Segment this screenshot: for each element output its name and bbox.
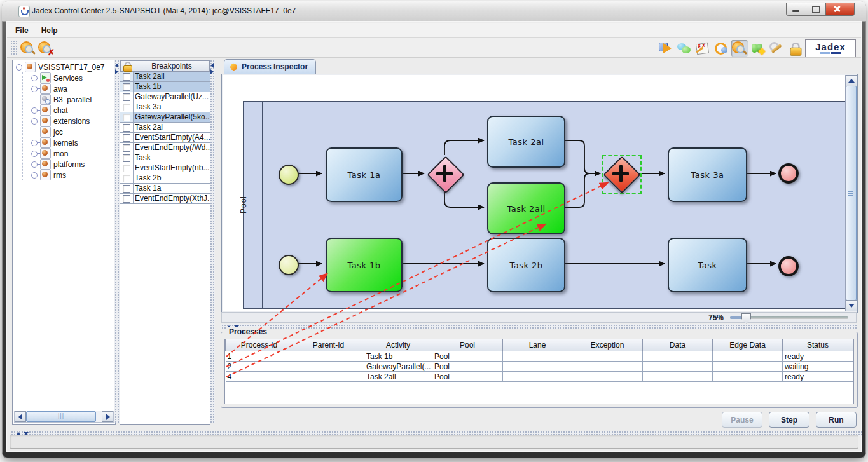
split-divider[interactable] xyxy=(114,60,120,423)
step-button[interactable]: Step xyxy=(769,412,809,428)
expand-handle[interactable] xyxy=(31,151,38,157)
breakpoint-checkbox[interactable] xyxy=(123,195,130,203)
task-2al-node[interactable]: Task 2al xyxy=(487,116,565,168)
process-row[interactable]: 2GatewayParallel(...Poolwaiting xyxy=(226,362,853,372)
breakpoint-checkbox[interactable] xyxy=(123,144,130,152)
scrollbar-thumb[interactable] xyxy=(26,411,96,422)
start-event-bottom[interactable] xyxy=(279,255,299,275)
start-event-top[interactable] xyxy=(279,165,299,185)
expand-handle[interactable] xyxy=(31,86,38,92)
column-header[interactable]: Exception xyxy=(572,339,643,351)
breakpoint-checkbox[interactable] xyxy=(123,114,130,121)
tree-item-kernels[interactable]: kernels xyxy=(30,137,113,148)
end-event-bottom[interactable] xyxy=(778,256,799,276)
split-divider[interactable] xyxy=(221,324,857,329)
breakpoint-checkbox[interactable] xyxy=(123,185,130,193)
column-header[interactable]: Lane xyxy=(503,339,572,351)
tree-item-jcc[interactable]: jcc xyxy=(30,126,113,137)
breakpoint-row[interactable]: Task 2all xyxy=(120,72,210,82)
expand-handle[interactable] xyxy=(31,161,38,168)
breakpoints-column-header[interactable]: Breakpoints xyxy=(134,60,210,72)
column-header[interactable]: Status xyxy=(783,339,853,351)
column-header[interactable]: Parent-Id xyxy=(293,339,364,351)
wrench-icon[interactable] xyxy=(768,40,785,57)
task-2b-node[interactable]: Task 2b xyxy=(487,238,565,292)
task-2all-node[interactable]: Task 2all xyxy=(487,182,565,234)
expand-handle[interactable] xyxy=(16,64,22,71)
scrollbar-thumb[interactable] xyxy=(846,86,857,301)
column-header[interactable]: Data xyxy=(643,339,713,351)
tree-item-platforms[interactable]: platforms xyxy=(30,159,113,170)
minimize-button[interactable] xyxy=(786,3,806,16)
task-node[interactable]: Task xyxy=(668,238,747,292)
tree-item-services[interactable]: Services xyxy=(30,72,113,83)
lock-icon[interactable] xyxy=(120,60,134,72)
test-center-icon[interactable]: ✗✗ xyxy=(694,40,711,57)
column-header[interactable]: Process-Id xyxy=(226,339,293,351)
column-header[interactable]: Pool xyxy=(432,339,503,351)
tree-item-awa[interactable]: awa xyxy=(30,83,113,94)
breakpoint-row[interactable]: Task xyxy=(120,153,210,163)
breakpoint-row[interactable]: Task 3a xyxy=(120,102,210,112)
tree-horizontal-scrollbar[interactable] xyxy=(14,411,114,423)
breakpoint-row[interactable]: EventEndEmpty(XthJ... xyxy=(120,194,210,204)
tab-process-inspector[interactable]: Process Inspector xyxy=(224,59,316,74)
tree-item-b3-parallel[interactable]: B3_parallel xyxy=(30,94,113,105)
task-1b-node[interactable]: Task 1b xyxy=(326,238,403,292)
title-bar[interactable]: Jadex Control Center 2.5-SNAPSHOT (Mai 4… xyxy=(2,1,866,22)
end-event-top[interactable] xyxy=(778,163,799,184)
process-row[interactable]: 1Task 1bPoolready xyxy=(226,351,853,362)
breakpoint-checkbox[interactable] xyxy=(123,175,130,182)
tree-item-chat[interactable]: chat xyxy=(30,105,113,116)
task-1a-node[interactable]: Task 1a xyxy=(326,147,403,202)
menu-help[interactable]: Help xyxy=(41,26,58,35)
scroll-right-button[interactable] xyxy=(102,411,113,422)
breakpoint-row[interactable]: GatewayParallel(5ko... xyxy=(120,112,210,123)
breakpoint-checkbox[interactable] xyxy=(123,165,130,172)
breakpoint-row[interactable]: Task 2al xyxy=(120,123,210,133)
run-button[interactable]: Run xyxy=(816,412,857,428)
breakpoint-row[interactable]: EventStartEmpty(nb... xyxy=(120,163,210,173)
column-header[interactable]: Activity xyxy=(364,339,432,351)
zoom-slider[interactable] xyxy=(730,316,848,319)
toolbar-drag-handle[interactable] xyxy=(10,40,17,55)
scroll-up-button[interactable] xyxy=(846,75,857,86)
zoom-slider-thumb[interactable] xyxy=(741,313,751,324)
process-row[interactable]: 4Task 2allPoolready xyxy=(226,372,853,382)
scroll-down-button[interactable] xyxy=(846,300,857,311)
breakpoint-checkbox[interactable] xyxy=(123,154,130,162)
tree-item-rms[interactable]: rms xyxy=(30,170,113,180)
close-button[interactable] xyxy=(825,3,855,16)
kill-platform-icon[interactable]: ✗ xyxy=(38,40,54,56)
breakpoint-row[interactable]: Task 2b xyxy=(120,173,210,184)
expand-handle[interactable] xyxy=(31,172,38,179)
awareness-icon[interactable] xyxy=(713,40,729,57)
diagram-vertical-scrollbar[interactable] xyxy=(845,75,857,311)
tree-item-mon[interactable]: mon xyxy=(30,148,113,159)
gateway-parallel-join[interactable] xyxy=(603,156,638,191)
scroll-left-button[interactable] xyxy=(15,411,26,422)
column-header[interactable]: Edge Data xyxy=(713,339,783,351)
breakpoint-checkbox[interactable] xyxy=(123,73,130,81)
security-lock-icon[interactable] xyxy=(787,40,803,57)
breakpoint-checkbox[interactable] xyxy=(123,124,130,132)
breakpoint-checkbox[interactable] xyxy=(123,83,130,91)
split-divider[interactable] xyxy=(210,60,215,423)
expand-handle[interactable] xyxy=(31,140,38,146)
tree-item-extensions[interactable]: extensions xyxy=(30,116,113,126)
expand-handle[interactable] xyxy=(31,118,38,125)
breakpoint-checkbox[interactable] xyxy=(123,93,130,101)
expand-handle[interactable] xyxy=(31,107,38,114)
breakpoint-checkbox[interactable] xyxy=(123,134,130,142)
menu-file[interactable]: File xyxy=(15,26,29,35)
conversation-icon[interactable] xyxy=(676,40,692,57)
maximize-button[interactable] xyxy=(806,3,826,16)
pause-button[interactable]: Pause xyxy=(722,412,762,428)
start-platform-icon[interactable] xyxy=(20,40,36,56)
breakpoint-row[interactable]: EventStartEmpty(A4... xyxy=(120,133,210,143)
agents-icon[interactable] xyxy=(750,40,766,57)
expand-handle[interactable] xyxy=(31,75,38,81)
starter-icon[interactable] xyxy=(658,40,674,57)
tree-item-root[interactable]: VSISSTAFF17_0e7 xyxy=(15,62,113,72)
breakpoint-row[interactable]: Task 1b xyxy=(120,82,210,92)
